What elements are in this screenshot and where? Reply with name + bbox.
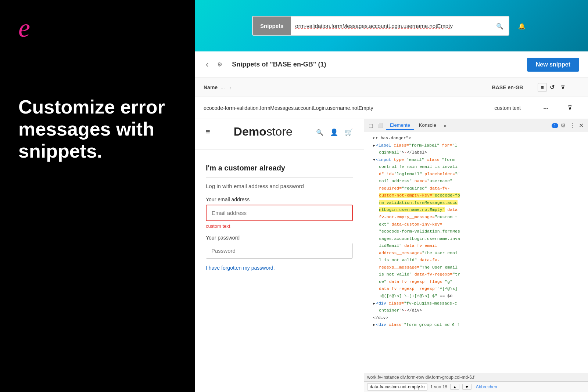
devtools-nav-down-button[interactable]: ▼ (462, 384, 472, 390)
back-button[interactable] (204, 58, 211, 72)
email-input[interactable] (207, 205, 352, 220)
devtools-undock-button[interactable]: ⬜ (376, 121, 385, 130)
devtools-search-input[interactable] (367, 383, 427, 391)
code-line: required="required" data-fv- (367, 185, 585, 192)
code-line: <label class="form-label" for="l (367, 142, 585, 149)
search-icon (496, 22, 503, 30)
devtools-cancel-button[interactable]: Abbrechen (476, 384, 497, 389)
new-snippet-button[interactable]: New snippet (527, 58, 579, 72)
devtools-search-bar: 1 von 18 ▲ ▼ Abbrechen (364, 381, 588, 392)
devtools-header-left: ⬚ ⬜ Elemente Konsole » (367, 121, 449, 130)
lang-column-header: BASE en-GB (484, 84, 531, 90)
hamburger-menu-icon[interactable] (206, 127, 210, 136)
code-line: "ecocode-form-validation.formMes (367, 228, 585, 235)
chevron-left-icon (206, 61, 208, 69)
code-line: address__message="The User emai (367, 249, 585, 257)
bell-icon-button[interactable] (513, 21, 531, 30)
devtools-settings-button[interactable]: ⚙ (559, 121, 567, 130)
store-nav-icons (316, 127, 353, 137)
left-panel: e Customize error messages with snippets… (0, 0, 195, 392)
code-line: data-fv-regexp__regexp="^[^@\s] (367, 285, 585, 292)
logo-area: e (18, 15, 176, 41)
devtools-header: ⬚ ⬜ Elemente Konsole » 1 ⚙ ⋮ ✕ (364, 119, 588, 132)
dots-icon (544, 104, 549, 111)
code-line: <input type="email" class="form- (367, 156, 585, 163)
error-message: custom text (206, 223, 353, 229)
code-line: l is not valid" data-fv- (367, 256, 585, 264)
bell-icon (518, 21, 526, 30)
email-input-wrapper (206, 205, 353, 221)
search-input[interactable] (291, 23, 491, 29)
devtools-code-view[interactable]: er has-danger"> <label class="form-label… (364, 132, 588, 373)
search-icon-button[interactable] (491, 22, 509, 30)
search-bar-container: Snippets (252, 16, 509, 36)
code-line: control fv-main-email is-invali (367, 163, 585, 170)
devtools-header-right: 1 ⚙ ⋮ ✕ (552, 121, 585, 130)
row-filter-icon (568, 104, 572, 111)
store-user-icon[interactable] (330, 127, 338, 137)
sort-icon[interactable] (229, 84, 232, 90)
demo-store-preview: Demostore I'm a customer already Log in … (195, 119, 364, 392)
snippets-toolbar: Snippets of "BASE en-GB" (1) New snippet (195, 51, 588, 78)
top-bar: Snippets (195, 0, 588, 51)
code-line: sages.accountLogin.username.inva (367, 235, 585, 242)
undo-button[interactable]: ↺ (550, 84, 555, 91)
hero-text: Customize error messages with snippets. (18, 96, 176, 162)
forgot-password-link[interactable]: I have forgotten my password. (206, 265, 275, 271)
tab-konsole[interactable]: Konsole (415, 121, 440, 130)
table-row: ecocode-form-validation.formMessages.acc… (195, 97, 588, 119)
store-subtitle: Log in with email address and password (206, 183, 353, 189)
code-line: +@([^@\s]+\.)+[^@\s]+$" == $0 (367, 292, 585, 300)
store-search-icon[interactable] (316, 127, 323, 137)
devtools-more-button[interactable]: » (441, 121, 449, 130)
list-view-button[interactable]: ≡ (538, 83, 546, 92)
devtools-error-badge: 1 (552, 123, 558, 128)
gear-icon (217, 61, 222, 68)
row-lang-value: custom text (484, 105, 531, 111)
devtools-panel: ⬚ ⬜ Elemente Konsole » 1 ⚙ ⋮ ✕ er has-da… (364, 119, 588, 392)
devtools-dock-button[interactable]: ⬚ (367, 121, 374, 130)
table-header: Name ... BASE en-GB ≡ ↺ (195, 78, 588, 97)
password-label: Your password (206, 235, 353, 241)
devtools-breadcrumb-bar: work.fv-instance div.form-row div.form-g… (364, 373, 588, 381)
filter-icon[interactable] (561, 84, 565, 90)
code-line: fv-not-empty__message="custom t (367, 213, 585, 221)
code-line: </div> (367, 314, 585, 321)
breadcrumb-item[interactable]: work.fv-instance div.form-row div.form-g… (367, 375, 474, 380)
store-section-title: I'm a customer already (206, 164, 353, 172)
devtools-nav-up-button[interactable]: ▲ (450, 384, 459, 390)
code-line: rm-validation.formMessages.acco (367, 199, 585, 206)
code-line: ext" data-custom-inv-key= (367, 221, 585, 228)
name-column-header: Name ... (204, 84, 484, 90)
password-input-wrapper (206, 243, 353, 259)
devtools-search-count: 1 von 18 (430, 384, 447, 389)
code-line: er has-danger"> (367, 134, 585, 142)
email-label: Your email address (206, 197, 353, 202)
snippets-button[interactable]: Snippets (253, 17, 291, 35)
devtools-close-button[interactable]: ✕ (577, 121, 585, 130)
code-line: ntLogin.username.notEmpty" data- (367, 206, 585, 213)
password-input[interactable] (206, 243, 352, 258)
right-panel: Snippets Snippets of "BASE en-GB" (1) Ne… (195, 0, 588, 392)
row-filter-col (561, 104, 579, 111)
store-nav-header: Demostore (195, 119, 364, 144)
store-cart-icon[interactable] (345, 127, 353, 137)
code-line: lidEmail" data-fv-email- (367, 242, 585, 249)
code-line: oginMail">-</label> (367, 149, 585, 156)
store-logo: Demostore (234, 125, 293, 139)
logo-icon: e (18, 15, 176, 41)
code-line: mail address" name="username" (367, 177, 585, 185)
snippets-title: Snippets of "BASE en-GB" (1) (232, 61, 522, 68)
code-line: ontainer">-</div> (367, 307, 585, 314)
row-more-button[interactable] (544, 104, 549, 112)
tab-elemente[interactable]: Elemente (386, 121, 414, 130)
code-line: custom-not-empty-key="ecocode-fo (367, 192, 585, 199)
code-line: ue" data-fv-regexp__flags="g" (367, 278, 585, 285)
store-content: I'm a customer already Log in with email… (195, 155, 364, 392)
settings-button[interactable] (215, 58, 225, 71)
actions-column-header: ≡ ↺ (531, 83, 561, 92)
devtools-breadcrumb: work.fv-instance div.form-row div.form-g… (367, 375, 474, 380)
code-line: regexp__message="The User email (367, 264, 585, 271)
devtools-menu-button[interactable]: ⋮ (568, 121, 577, 130)
code-line: d" id="loginMail" placeholder="E (367, 170, 585, 178)
